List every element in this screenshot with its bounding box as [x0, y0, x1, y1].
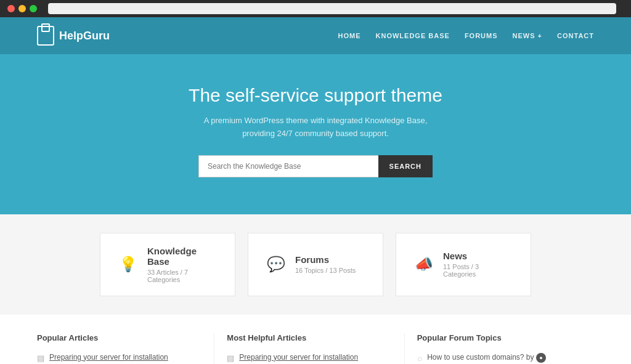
logo-icon: [37, 26, 54, 46]
forum-topics-col: Popular Forum Topics ○ How to use custom…: [405, 333, 594, 364]
card-title: Knowledge Base: [147, 246, 216, 267]
nav-knowledge-base[interactable]: KNOWLEDGE BASE: [376, 32, 450, 39]
card-title: News: [443, 251, 512, 261]
forum-item: ○ How to use custom domains? by ● Chris …: [417, 352, 582, 364]
search-bar: SEARCH: [198, 155, 433, 177]
card-title: Forums: [295, 254, 356, 265]
site-nav: HelpGuru HOME KNOWLEDGE BASE FORUMS NEWS…: [0, 17, 631, 54]
hero-section: The self-service support theme A premium…: [0, 54, 631, 214]
helpful-articles-col: Most Helpful Articles ▤ Preparing your s…: [214, 333, 404, 364]
card-meta: 11 Posts / 3 Categories: [443, 263, 512, 278]
minimize-dot[interactable]: [18, 5, 26, 12]
avatar: ●: [536, 353, 546, 363]
helpful-articles-title: Most Helpful Articles: [227, 333, 391, 342]
forums-card[interactable]: 💬 Forums 16 Topics / 13 Posts: [248, 233, 383, 296]
helpful-articles-list: ▤ Preparing your server for installation…: [227, 352, 391, 364]
chat-icon: 💬: [267, 256, 285, 273]
close-dot[interactable]: [7, 5, 15, 12]
nav-home[interactable]: HOME: [338, 32, 361, 39]
forum-title: How to use custom domains? by ●: [427, 352, 546, 363]
hero-subtitle: A premium WordPress theme with integrate…: [192, 115, 439, 140]
nav-news[interactable]: NEWS +: [513, 32, 542, 39]
card-content: Forums 16 Topics / 13 Posts: [295, 254, 356, 274]
popular-articles-list: ▤ Preparing your server for installation…: [37, 352, 202, 364]
maximize-dot[interactable]: [30, 5, 37, 12]
nav-links: HOME KNOWLEDGE BASE FORUMS NEWS + CONTAC…: [338, 32, 594, 39]
card-meta: 16 Topics / 13 Posts: [295, 267, 356, 274]
logo-text: HelpGuru: [59, 30, 110, 42]
card-content: Knowledge Base 33 Articles / 7 Categorie…: [147, 246, 216, 283]
document-icon: ▤: [37, 353, 44, 364]
content-section: Popular Articles ▤ Preparing your server…: [0, 315, 631, 364]
knowledge-base-card[interactable]: 💡 Knowledge Base 33 Articles / 7 Categor…: [100, 233, 235, 296]
hero-title: The self-service support theme: [12, 85, 619, 106]
comment-icon: ○: [417, 354, 422, 363]
list-item: ▤ Preparing your server for installation: [37, 352, 202, 364]
popular-articles-title: Popular Articles: [37, 333, 202, 342]
document-icon: ▤: [227, 353, 234, 364]
news-card[interactable]: 📣 News 11 Posts / 3 Categories: [396, 233, 531, 296]
lightbulb-icon: 💡: [119, 256, 137, 273]
address-bar[interactable]: [48, 3, 616, 14]
card-content: News 11 Posts / 3 Categories: [443, 251, 512, 278]
megaphone-icon: 📣: [415, 256, 433, 273]
article-link[interactable]: Preparing your server for installation: [49, 352, 168, 363]
nav-forums[interactable]: FORUMS: [465, 32, 498, 39]
popular-articles-col: Popular Articles ▤ Preparing your server…: [37, 333, 214, 364]
search-input[interactable]: [198, 155, 378, 177]
search-button[interactable]: SEARCH: [378, 155, 433, 177]
forum-topics-title: Popular Forum Topics: [417, 333, 582, 342]
article-link[interactable]: Preparing your server for installation: [239, 352, 358, 363]
site-logo[interactable]: HelpGuru: [37, 26, 110, 46]
list-item: ▤ Preparing your server for installation: [227, 352, 391, 364]
cards-section: 💡 Knowledge Base 33 Articles / 7 Categor…: [0, 214, 631, 315]
card-meta: 33 Articles / 7 Categories: [147, 269, 216, 283]
nav-contact[interactable]: CONTACT: [557, 32, 594, 39]
window-chrome: [0, 0, 631, 17]
